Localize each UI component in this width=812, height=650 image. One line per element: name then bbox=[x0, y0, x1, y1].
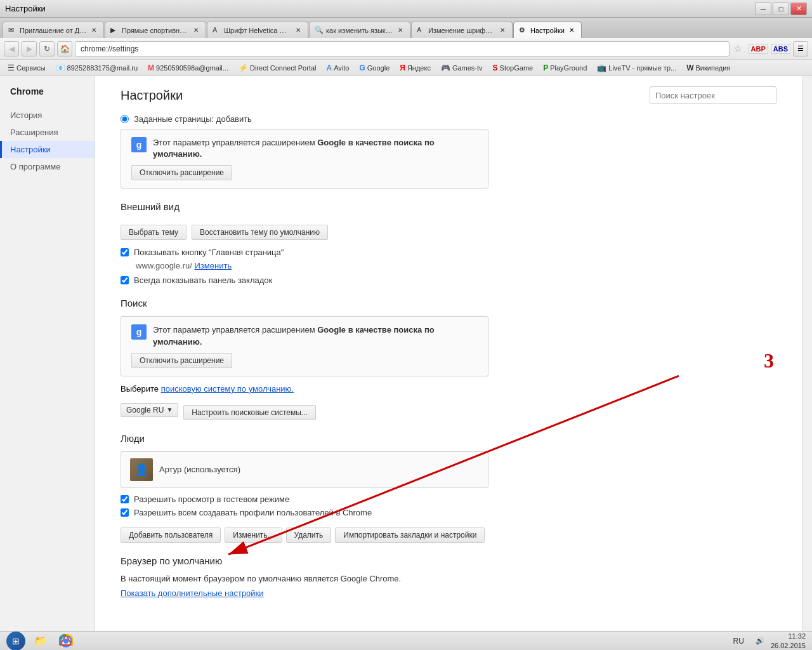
tab-close-2[interactable]: ✕ bbox=[192, 26, 200, 35]
checkbox-bookmarks-label: Всегда показывать панель закладок bbox=[134, 275, 272, 285]
tab-1[interactable]: ✉ Приглашение от Дм... ✕ bbox=[3, 22, 104, 38]
bookmark-mail[interactable]: 📧 89252883175@mail.ru bbox=[52, 62, 141, 74]
maximize-button[interactable]: □ bbox=[773, 3, 789, 15]
disable-extension-btn-1[interactable]: Отключить расширение bbox=[131, 165, 232, 180]
nav-bar: ◀ ▶ ↻ 🏠 ☆ ABP ABS ☰ bbox=[0, 38, 812, 60]
tab-label-2: Прямые спортивные... bbox=[122, 27, 189, 34]
gamestv-icon: 🎮 bbox=[441, 63, 450, 72]
home-button[interactable]: 🏠 bbox=[57, 41, 72, 56]
sidebar-item-history[interactable]: История bbox=[0, 107, 95, 124]
yandex-icon: Я bbox=[400, 63, 405, 72]
checkbox-create-profiles[interactable] bbox=[121, 508, 129, 517]
clock-time: 11:32 bbox=[771, 632, 806, 640]
tab-2[interactable]: ▶ Прямые спортивные... ✕ bbox=[105, 22, 206, 38]
reload-button[interactable]: ↻ bbox=[39, 41, 55, 56]
clock: 11:32 26.02.2015 bbox=[771, 632, 806, 650]
address-input[interactable] bbox=[75, 41, 730, 56]
tab-close-5[interactable]: ✕ bbox=[498, 26, 507, 35]
tab-favicon-1: ✉ bbox=[8, 26, 17, 35]
google-box2-content: g Этот параметр управляется расширением … bbox=[131, 324, 478, 347]
bookmark-stopgame[interactable]: S StopGame bbox=[489, 62, 537, 74]
minimize-button[interactable]: ─ bbox=[755, 3, 771, 15]
delete-user-button[interactable]: Удалить bbox=[286, 527, 332, 543]
edit-user-button[interactable]: Изменить... bbox=[225, 527, 282, 543]
bookmark-label-wikipedia: Википедия bbox=[696, 64, 731, 72]
window-title: Настройки bbox=[5, 4, 46, 13]
show-more-settings-link[interactable]: Показать дополнительные настройки bbox=[121, 588, 264, 598]
browser-body: Chrome История Расширения Настройки О пр… bbox=[0, 76, 812, 631]
settings-menu-button[interactable]: ☰ bbox=[793, 41, 808, 56]
scrollbar[interactable] bbox=[802, 76, 812, 631]
bookmark-label-playground: PlayGround bbox=[550, 64, 587, 72]
bookmark-avito[interactable]: A Avito bbox=[323, 62, 353, 74]
tab-5[interactable]: A Изменение шрифта... ✕ bbox=[411, 22, 513, 38]
search-engine-value: Google RU bbox=[126, 406, 164, 415]
add-user-button[interactable]: Добавить пользователя bbox=[121, 527, 221, 543]
bookmark-label-services: Сервисы bbox=[16, 64, 46, 72]
profile-name-label: Артур (используется) bbox=[159, 465, 240, 474]
bookmark-label-directconnect: Direct Connect Portal bbox=[250, 64, 317, 72]
tab-6[interactable]: ⚙ Настройки ✕ bbox=[513, 22, 582, 38]
tab-close-6[interactable]: ✕ bbox=[567, 26, 576, 35]
checkbox-profiles-label: Разрешить всем создавать профили пользов… bbox=[134, 508, 372, 517]
kaspersky-icon[interactable]: ABP bbox=[749, 44, 768, 54]
title-bar-left: Настройки bbox=[5, 4, 46, 13]
tab-close-4[interactable]: ✕ bbox=[396, 26, 405, 35]
mail-icon: 📧 bbox=[56, 63, 65, 72]
configure-search-engines-button[interactable]: Настроить поисковые системы... bbox=[183, 405, 316, 420]
bookmark-yandex[interactable]: Я Яндекс bbox=[396, 62, 435, 74]
forward-button[interactable]: ▶ bbox=[22, 41, 37, 56]
search-engine-text-row: Выберите поисковую систему по умолчанию. bbox=[121, 384, 776, 394]
disable-extension-btn-2[interactable]: Отключить расширение bbox=[131, 353, 232, 368]
checkbox-home[interactable] bbox=[121, 248, 129, 256]
start-button[interactable]: ⊞ bbox=[6, 632, 25, 651]
tab-close-1[interactable]: ✕ bbox=[89, 26, 98, 35]
sidebar-item-settings[interactable]: Настройки bbox=[0, 141, 95, 158]
svg-point-4 bbox=[63, 639, 69, 644]
sidebar-app-title: Chrome bbox=[0, 86, 95, 107]
taskbar-left: ⊞ 📁 bbox=[6, 632, 727, 651]
settings-header: Настройки bbox=[121, 86, 776, 104]
main-wrapper: Chrome История Расширения Настройки О пр… bbox=[0, 76, 812, 631]
choose-theme-button[interactable]: Выбрать тему bbox=[121, 225, 187, 240]
tab-close-3[interactable]: ✕ bbox=[294, 26, 303, 35]
search-engine-dropdown[interactable]: Google RU ▼ bbox=[121, 403, 178, 417]
bookmark-playground[interactable]: P PlayGround bbox=[539, 62, 591, 74]
bookmark-label-stopgame: StopGame bbox=[500, 64, 534, 72]
radio-label-pages: Заданные страницы: добавить bbox=[134, 114, 252, 124]
search-engine-prefix: Выберите bbox=[121, 384, 161, 394]
taskbar-explorer[interactable]: 📁 bbox=[30, 633, 51, 649]
sidebar-item-about[interactable]: О программе bbox=[0, 158, 95, 175]
bookmark-gmail[interactable]: M 9250590598a@gmail... bbox=[144, 62, 232, 74]
tab-label-3: Шрифт Helvetica Neu... bbox=[224, 27, 291, 34]
search-engine-link[interactable]: поисковую систему по умолчанию. bbox=[161, 384, 294, 394]
bookmark-label-mail: 89252883175@mail.ru bbox=[67, 64, 138, 72]
import-bookmarks-button[interactable]: Импортировать закладки и настройки bbox=[335, 527, 485, 543]
system-tray-icons: 🔊 bbox=[756, 637, 764, 645]
checkbox-guest-label: Разрешить просмотр в гостевом режиме bbox=[134, 494, 289, 504]
sidebar-item-extensions[interactable]: Расширения bbox=[0, 124, 95, 141]
back-button[interactable]: ◀ bbox=[4, 41, 19, 56]
bookmark-star-icon[interactable]: ☆ bbox=[733, 43, 742, 55]
playground-icon: P bbox=[543, 63, 548, 72]
bookmark-directconnect[interactable]: ⚡ Direct Connect Portal bbox=[235, 62, 320, 74]
bookmark-services[interactable]: ☰ Сервисы bbox=[4, 62, 49, 74]
directconnect-icon: ⚡ bbox=[239, 63, 248, 72]
bookmark-wikipedia[interactable]: W Википедия bbox=[683, 62, 734, 74]
checkbox-guest-mode[interactable] bbox=[121, 495, 129, 503]
tab-3[interactable]: A Шрифт Helvetica Neu... ✕ bbox=[207, 22, 308, 38]
search-settings-input[interactable] bbox=[650, 86, 776, 104]
google-box2-text: Этот параметр управляется расширением Go… bbox=[153, 324, 478, 347]
close-button[interactable]: ✕ bbox=[790, 3, 807, 15]
checkbox-bookmarks-bar[interactable] bbox=[121, 276, 129, 284]
bookmark-livetv[interactable]: 📺 LiveTV - прямые тр... bbox=[593, 62, 680, 74]
restore-theme-button[interactable]: Восстановить тему по умолчанию bbox=[192, 225, 328, 240]
tab-4[interactable]: 🔍 как изменить язык гу... ✕ bbox=[309, 22, 410, 38]
services-icon: ☰ bbox=[8, 63, 15, 72]
radio-set-pages[interactable] bbox=[121, 115, 129, 123]
taskbar-chrome[interactable] bbox=[56, 633, 76, 649]
adblock-icon[interactable]: ABS bbox=[771, 44, 790, 54]
home-change-link[interactable]: Изменить bbox=[195, 261, 232, 270]
bookmark-gamestv[interactable]: 🎮 Games-tv bbox=[437, 62, 487, 74]
bookmark-google[interactable]: G Google bbox=[355, 62, 393, 74]
